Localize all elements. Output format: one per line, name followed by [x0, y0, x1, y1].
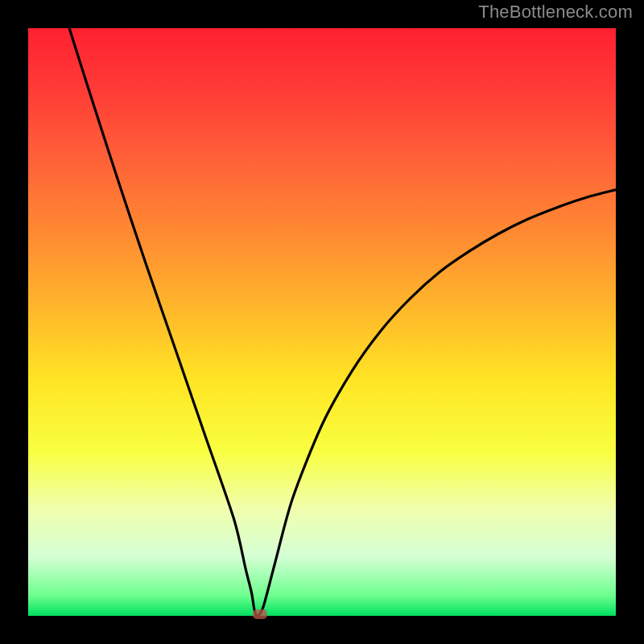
watermark-text: TheBottleneck.com [478, 2, 633, 23]
chart-svg [28, 28, 616, 616]
chart-frame: TheBottleneck.com [0, 0, 644, 644]
gradient-background [28, 28, 616, 616]
optimal-marker [253, 609, 267, 619]
plot-area [28, 28, 616, 616]
